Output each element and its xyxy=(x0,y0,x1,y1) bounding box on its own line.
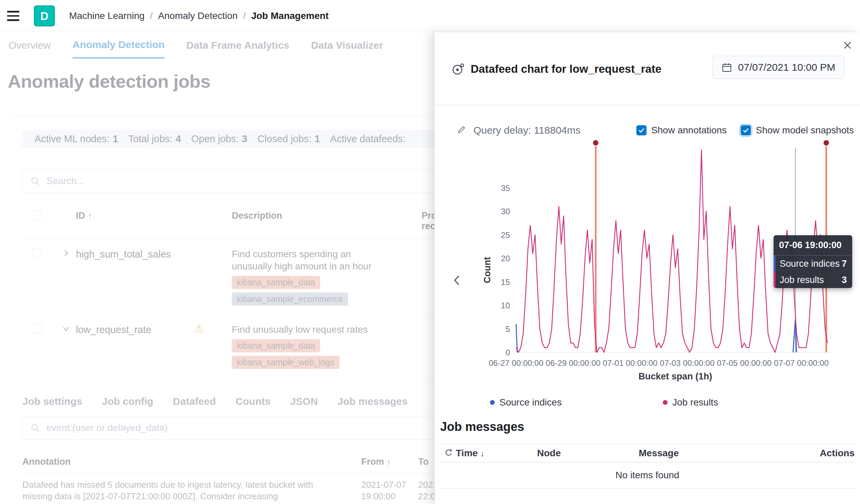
refresh-icon[interactable] xyxy=(440,448,456,459)
date-picker[interactable]: 07/07/2021 10:00 PM xyxy=(713,56,844,79)
svg-text:5: 5 xyxy=(505,325,510,334)
breadcrumb-machine-learning[interactable]: Machine Learning xyxy=(69,11,145,21)
svg-text:06-27 00:00:00: 06-27 00:00:00 xyxy=(489,358,543,368)
checkbox-checked-icon xyxy=(636,125,646,135)
chart-controls: Query delay: 118804ms Show annotations S… xyxy=(456,123,854,138)
breadcrumb-anomaly-detection[interactable]: Anomaly Detection xyxy=(158,11,238,21)
divider xyxy=(435,105,860,105)
column-time[interactable]: Time↓ xyxy=(456,448,537,459)
column-actions: Actions xyxy=(807,448,855,459)
job-messages-title: Job messages xyxy=(440,420,855,434)
svg-text:25: 25 xyxy=(501,231,510,240)
show-model-snapshots-checkbox[interactable]: Show model snapshots xyxy=(741,125,854,136)
svg-text:06-29 00:00:00: 06-29 00:00:00 xyxy=(546,358,600,368)
flyout-title: Datafeed chart for low_request_rate xyxy=(471,63,661,75)
svg-text:07-01 00:00:00: 07-01 00:00:00 xyxy=(603,358,657,368)
chart-tooltip: 07-06 19:00:00 Source indices 7 Job resu… xyxy=(774,235,852,288)
svg-text:30: 30 xyxy=(501,207,510,216)
tooltip-row: Job results 3 xyxy=(774,272,852,288)
checkbox-label: Show annotations xyxy=(651,125,727,136)
svg-text:07-07 00:00:00: 07-07 00:00:00 xyxy=(774,358,829,368)
date-picker-value: 07/07/2021 10:00 PM xyxy=(738,62,835,73)
svg-text:10: 10 xyxy=(501,301,510,310)
job-messages-section: Job messages Time↓ Node Message Actions … xyxy=(440,420,855,488)
datafeed-chart[interactable]: 05101520253035Count06-27 00:00:0006-29 0… xyxy=(482,139,845,383)
deployment-logo[interactable]: D xyxy=(34,5,55,26)
ml-job-icon xyxy=(451,63,464,77)
legend-source-indices[interactable]: Source indices xyxy=(490,397,562,408)
close-icon[interactable] xyxy=(842,40,852,51)
datafeed-chart-flyout: Datafeed chart for low_request_rate 07/0… xyxy=(434,32,860,504)
chevron-left-icon[interactable] xyxy=(452,274,462,287)
calendar-icon xyxy=(722,62,732,72)
svg-text:0: 0 xyxy=(505,348,510,357)
breadcrumb-job-management: Job Management xyxy=(251,11,329,21)
svg-text:35: 35 xyxy=(501,183,510,193)
legend-dot xyxy=(663,400,668,405)
svg-text:Count: Count xyxy=(482,257,492,283)
checkbox-label: Show model snapshots xyxy=(756,125,854,136)
sort-descending-icon: ↓ xyxy=(481,449,485,458)
messages-table-header: Time↓ Node Message Actions xyxy=(440,444,855,462)
svg-text:Bucket span (1h): Bucket span (1h) xyxy=(639,371,712,382)
top-navigation-bar: D Machine Learning / Anomaly Detection /… xyxy=(0,0,860,32)
breadcrumb-separator: / xyxy=(150,11,153,21)
breadcrumb: Machine Learning / Anomaly Detection / J… xyxy=(69,11,329,21)
tooltip-time: 07-06 19:00:00 xyxy=(774,235,852,255)
menu-icon[interactable] xyxy=(3,5,24,26)
edit-icon[interactable] xyxy=(456,124,467,136)
query-delay-label: Query delay: 118804ms xyxy=(473,124,580,136)
tooltip-row: Source indices 7 xyxy=(774,255,852,272)
chart-legend: Source indices Job results xyxy=(482,397,845,411)
checkbox-checked-icon xyxy=(741,125,751,135)
legend-dot xyxy=(490,400,495,405)
breadcrumb-separator: / xyxy=(243,11,246,21)
svg-text:07-03 00:00:00: 07-03 00:00:00 xyxy=(660,358,714,368)
empty-table-message: No items found xyxy=(440,462,855,488)
svg-text:20: 20 xyxy=(501,254,510,263)
legend-job-results[interactable]: Job results xyxy=(663,397,718,408)
svg-text:07-05 00:00:00: 07-05 00:00:00 xyxy=(717,358,772,368)
svg-text:15: 15 xyxy=(501,278,510,287)
show-annotations-checkbox[interactable]: Show annotations xyxy=(636,125,727,136)
column-message: Message xyxy=(639,448,807,459)
column-node: Node xyxy=(537,448,639,459)
